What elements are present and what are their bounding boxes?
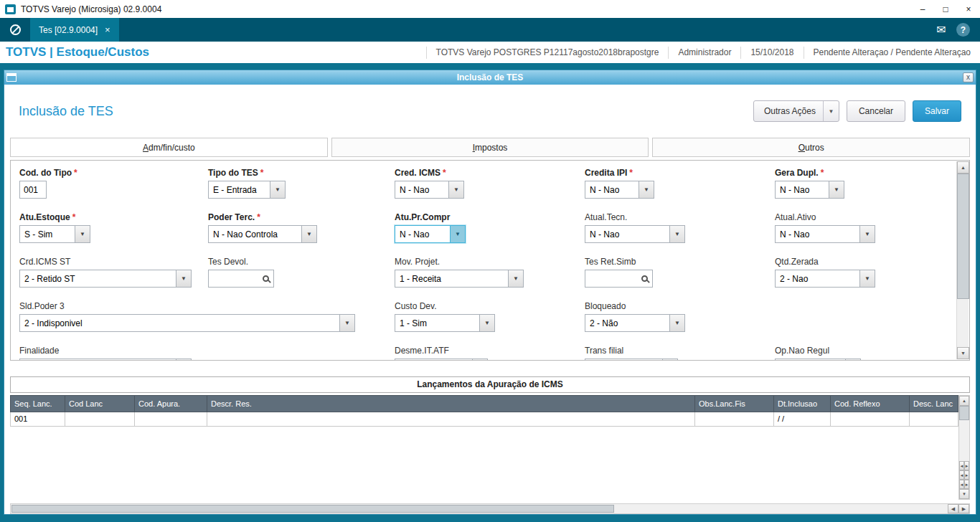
- cancel-button[interactable]: Cancelar: [847, 100, 905, 122]
- cell-cod-reflexo[interactable]: [831, 412, 910, 427]
- scroll-up-icon[interactable]: ▲: [959, 396, 969, 406]
- record-nav-buttons[interactable]: ◂▸: [959, 470, 969, 480]
- chevron-down-icon[interactable]: ▼: [270, 181, 285, 198]
- chevron-down-icon[interactable]: ▼: [823, 101, 839, 121]
- chevron-down-icon[interactable]: ▼: [639, 181, 654, 198]
- cell-dt-inclusao[interactable]: / /: [774, 412, 831, 427]
- trans-filial-select[interactable]: ▼: [585, 359, 678, 361]
- scroll-left-icon[interactable]: ◂: [959, 470, 964, 480]
- close-button[interactable]: ×: [957, 0, 980, 18]
- tes-devol-lookup[interactable]: [208, 270, 274, 288]
- scroll-right-icon[interactable]: ▸: [964, 480, 969, 489]
- cell-desc-lanc[interactable]: [910, 412, 958, 427]
- cod-tipo-input[interactable]: [19, 181, 47, 199]
- atual-ativo-select[interactable]: N - Nao▼: [775, 225, 875, 243]
- column-seq-lanc[interactable]: Seq. Lanc.: [10, 395, 65, 412]
- chevron-down-icon[interactable]: ▼: [669, 315, 684, 331]
- column-obs-lanc-fis[interactable]: Obs.Lanc.Fis: [695, 395, 774, 412]
- column-dt-inclusao[interactable]: Dt.Inclusao: [774, 395, 831, 412]
- desme-it-atf-select[interactable]: ▼: [395, 359, 488, 361]
- grid-scrollbar[interactable]: ▲ ◂▸ ◂▸ ◂▸ ▼: [958, 395, 970, 500]
- horizontal-scrollbar-thumb[interactable]: [11, 505, 614, 513]
- maximize-button[interactable]: □: [934, 0, 957, 18]
- chevron-down-icon[interactable]: ▼: [508, 270, 523, 287]
- chevron-down-icon[interactable]: ▼: [176, 270, 191, 287]
- column-cod-lanc[interactable]: Cod Lanc: [65, 395, 135, 412]
- finalidade-select[interactable]: ▼: [19, 359, 192, 361]
- record-nav-buttons[interactable]: ◂▸: [959, 480, 969, 489]
- help-icon[interactable]: ?: [956, 23, 970, 37]
- custo-dev-select[interactable]: 1 - Sim▼: [395, 314, 495, 332]
- atu-pr-compr-select[interactable]: N - Nao▼: [395, 225, 466, 243]
- scroll-left-icon[interactable]: ◂: [959, 480, 964, 489]
- search-icon[interactable]: [258, 270, 273, 287]
- cell-descr-res[interactable]: [207, 412, 695, 427]
- tipo-tes-select[interactable]: E - Entrada▼: [208, 181, 286, 199]
- blocked-icon[interactable]: [0, 24, 30, 35]
- cred-icms-select[interactable]: N - Nao▼: [395, 181, 464, 199]
- op-nao-regul-select[interactable]: ▼: [775, 359, 861, 361]
- search-icon[interactable]: [636, 270, 652, 287]
- chevron-down-icon[interactable]: ▼: [450, 226, 465, 242]
- tab-close-icon[interactable]: ×: [105, 24, 110, 35]
- cell-seq-lanc[interactable]: 001: [10, 412, 65, 427]
- scroll-right-icon[interactable]: ▸: [964, 461, 969, 470]
- chevron-down-icon[interactable]: ▼: [662, 359, 677, 361]
- minimize-button[interactable]: –: [911, 0, 934, 18]
- tab-adm-fin-custo[interactable]: Adm/fin/custo: [10, 138, 328, 157]
- chevron-down-icon[interactable]: ▼: [845, 359, 860, 361]
- horizontal-scrollbar[interactable]: ◀ ▶: [10, 503, 970, 514]
- save-button[interactable]: Salvar: [913, 100, 961, 122]
- crd-icms-st-select[interactable]: 2 - Retido ST▼: [19, 270, 192, 288]
- chevron-down-icon[interactable]: ▼: [859, 270, 875, 287]
- grid-scrollbar-track[interactable]: [959, 420, 969, 461]
- dialog-close-button[interactable]: x: [963, 72, 974, 82]
- tes-ret-simb-lookup[interactable]: [585, 270, 653, 288]
- mail-icon[interactable]: ✉: [926, 23, 956, 37]
- scroll-down-icon[interactable]: ▼: [957, 347, 969, 359]
- column-descr-res[interactable]: Descr. Res.: [207, 395, 695, 412]
- column-desc-lanc[interactable]: Desc. Lanc: [910, 395, 958, 412]
- grid-scrollbar-thumb[interactable]: [959, 406, 969, 420]
- other-actions-button[interactable]: Outras Ações ▼: [753, 100, 839, 122]
- chevron-down-icon[interactable]: ▼: [472, 359, 487, 361]
- sld-poder3-select[interactable]: 2 - Indisponivel▼: [19, 314, 355, 332]
- form-scrollbar-thumb[interactable]: [957, 174, 969, 299]
- record-nav-buttons[interactable]: ◂▸: [959, 461, 969, 470]
- tab-outros[interactable]: Outros: [652, 138, 970, 157]
- column-cod-apura[interactable]: Cod. Apura.: [135, 395, 207, 412]
- poder-terc-select[interactable]: N - Nao Controla▼: [208, 225, 317, 243]
- atual-tecn-select[interactable]: N - Nao▼: [585, 225, 685, 243]
- tab-impostos[interactable]: Impostos: [331, 138, 649, 157]
- scroll-left-icon[interactable]: ◂: [959, 461, 964, 470]
- atu-estoque-select[interactable]: S - Sim▼: [19, 225, 90, 243]
- chevron-down-icon[interactable]: ▼: [339, 315, 354, 331]
- qtd-zerada-select[interactable]: 2 - Nao▼: [775, 270, 875, 288]
- mov-projet-select[interactable]: 1 - Receita▼: [395, 270, 524, 288]
- chevron-down-icon[interactable]: ▼: [829, 181, 844, 198]
- cell-cod-lanc[interactable]: [65, 412, 135, 427]
- tab-tes[interactable]: Tes [02.9.0004] ×: [30, 18, 119, 42]
- chevron-down-icon[interactable]: ▼: [176, 359, 191, 361]
- bloqueado-select[interactable]: 2 - Não▼: [585, 314, 685, 332]
- gera-dupl-select[interactable]: N - Nao▼: [775, 181, 844, 199]
- scroll-up-icon[interactable]: ▲: [957, 161, 969, 174]
- cell-obs-lanc-fis[interactable]: [695, 412, 774, 427]
- grid-row-1[interactable]: 001 / /: [10, 412, 958, 427]
- chevron-down-icon[interactable]: ▼: [479, 315, 494, 331]
- scroll-down-icon[interactable]: ▼: [959, 489, 969, 499]
- chevron-down-icon[interactable]: ▼: [75, 226, 90, 242]
- form-scrollbar[interactable]: ▲ ▼: [956, 161, 969, 359]
- tes-ret-simb-input[interactable]: [585, 270, 636, 287]
- chevron-down-icon[interactable]: ▼: [669, 226, 684, 242]
- column-cod-reflexo[interactable]: Cod. Reflexo: [831, 395, 910, 412]
- tes-devol-input[interactable]: [209, 270, 258, 287]
- scroll-right-icon[interactable]: ▶: [958, 504, 969, 513]
- scroll-right-icon[interactable]: ▸: [964, 470, 969, 480]
- chevron-down-icon[interactable]: ▼: [301, 226, 316, 242]
- scroll-left-icon[interactable]: ◀: [948, 504, 958, 513]
- credita-ipi-select[interactable]: N - Nao▼: [585, 181, 654, 199]
- chevron-down-icon[interactable]: ▼: [448, 181, 463, 198]
- cell-cod-apura[interactable]: [135, 412, 207, 427]
- dialog-titlebar[interactable]: Inclusão de TES x: [4, 70, 976, 85]
